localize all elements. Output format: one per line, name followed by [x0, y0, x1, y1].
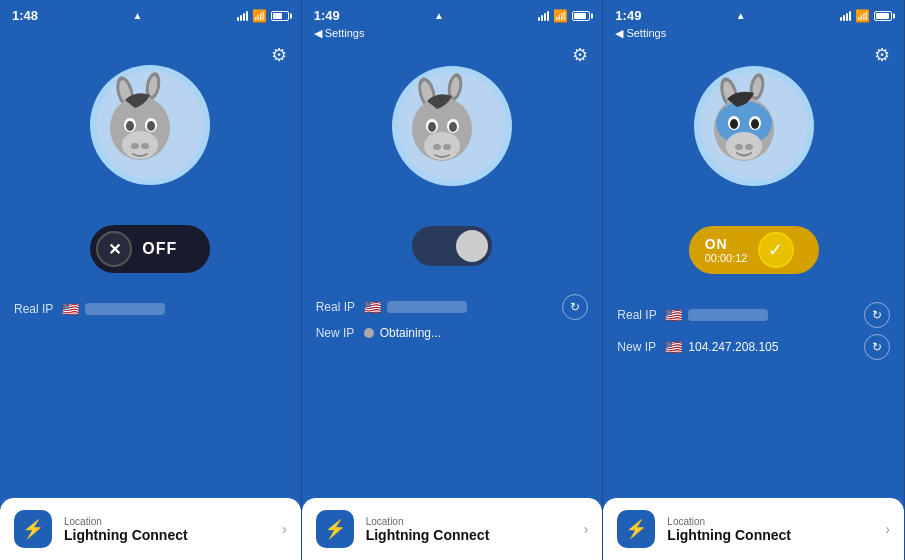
refresh-new-ip-btn-3[interactable]: ↻	[864, 334, 890, 360]
location-text-3: Location Lightning Connect	[667, 516, 873, 543]
on-label: ON	[705, 236, 748, 252]
mascot-svg-2	[397, 71, 507, 181]
on-timer: 00:00:12	[705, 252, 748, 264]
obtaining-text-2: Obtaining...	[380, 326, 441, 340]
location-chevron-3: ›	[885, 521, 890, 537]
mascot-3	[694, 66, 814, 186]
time-1: 1:48	[12, 8, 38, 23]
obtaining-dot-2	[364, 328, 374, 338]
off-circle: ✕	[96, 231, 132, 267]
mascot-svg-3	[699, 71, 809, 181]
gear-button-3[interactable]: ⚙	[874, 44, 890, 66]
ip-section-2: Real IP 🇺🇸 ↻ New IP Obtaining...	[302, 294, 603, 340]
back-label-2: ◀ Settings	[314, 27, 365, 40]
signal-icon-2	[538, 11, 549, 21]
real-ip-bar-3	[688, 309, 768, 321]
real-ip-flag-1: 🇺🇸	[62, 301, 79, 317]
location-text-2: Location Lightning Connect	[366, 516, 572, 543]
svg-point-23	[428, 122, 436, 132]
toggle-off-1[interactable]: ✕ OFF	[90, 225, 210, 273]
toggle-connecting-slider[interactable]	[412, 226, 492, 266]
location-chevron-1: ›	[282, 521, 287, 537]
panel-off: 1:48 ▲ 📶 ⚙	[0, 0, 302, 560]
location-text-1: Location Lightning Connect	[64, 516, 270, 543]
toggle-knob	[456, 230, 488, 262]
new-ip-label-2: New IP	[316, 326, 358, 340]
battery-icon-2	[572, 11, 590, 21]
signal-icon-1	[237, 11, 248, 21]
location-bar-3[interactable]: ⚡ Location Lightning Connect ›	[603, 498, 904, 560]
svg-point-20	[433, 144, 441, 150]
status-bar-1: 1:48 ▲ 📶	[0, 0, 301, 27]
wifi-icon-2: 📶	[553, 9, 568, 23]
real-ip-label-3: Real IP	[617, 308, 659, 322]
svg-point-25	[449, 122, 457, 132]
real-ip-flag-2: 🇺🇸	[364, 299, 381, 315]
location-chevron-2: ›	[584, 521, 589, 537]
svg-point-6	[122, 131, 158, 159]
location-icon-1: ⚡	[14, 510, 52, 548]
real-ip-row-3: Real IP 🇺🇸 ↻	[617, 302, 890, 328]
location-name-1: Lightning Connect	[64, 527, 270, 543]
svg-point-21	[443, 144, 451, 150]
svg-point-10	[126, 121, 134, 131]
svg-point-35	[745, 144, 753, 150]
svg-point-7	[131, 143, 139, 149]
bolt-icon-1: ⚡	[22, 518, 44, 540]
status-icons-3: 📶	[840, 9, 892, 23]
back-nav-3[interactable]: ◀ Settings	[603, 27, 904, 46]
gear-button-1[interactable]: ⚙	[271, 44, 287, 66]
status-icons-2: 📶	[538, 9, 590, 23]
ip-section-3: Real IP 🇺🇸 ↻ New IP 🇺🇸 104.247.208.105 ↻	[603, 302, 904, 360]
battery-icon-1	[271, 11, 289, 21]
panel-connecting: 1:49 ▲ 📶 ◀ Settings ⚙	[302, 0, 604, 560]
refresh-real-ip-btn-3[interactable]: ↻	[864, 302, 890, 328]
new-ip-label-3: New IP	[617, 340, 659, 354]
status-bar-2: 1:49 ▲ 📶	[302, 0, 603, 27]
real-ip-bar-1	[85, 303, 165, 315]
refresh-real-ip-btn-2[interactable]: ↻	[562, 294, 588, 320]
real-ip-flag-3: 🇺🇸	[665, 307, 682, 323]
new-ip-row-2: New IP Obtaining...	[316, 326, 589, 340]
toggle-on-text: ON 00:00:12	[705, 236, 748, 264]
real-ip-label-1: Real IP	[14, 302, 56, 316]
bolt-icon-3: ⚡	[625, 518, 647, 540]
on-check-circle: ✓	[758, 232, 794, 268]
real-ip-row-1: Real IP 🇺🇸	[14, 301, 287, 317]
toggle-on-area[interactable]: ON 00:00:12 ✓	[689, 226, 819, 274]
time-2: 1:49	[314, 8, 340, 23]
gear-button-2[interactable]: ⚙	[572, 44, 588, 66]
time-3: 1:49	[615, 8, 641, 23]
wifi-icon-1: 📶	[252, 9, 267, 23]
wifi-icon-3: 📶	[855, 9, 870, 23]
back-nav-2[interactable]: ◀ Settings	[302, 27, 603, 46]
back-nav-1	[0, 27, 301, 45]
mascot-1	[90, 65, 210, 185]
time-arrow-2: ▲	[434, 10, 444, 21]
location-sublabel-2: Location	[366, 516, 572, 527]
status-icons-1: 📶	[237, 9, 289, 23]
svg-point-12	[147, 121, 155, 131]
bolt-icon-2: ⚡	[324, 518, 346, 540]
status-bar-3: 1:49 ▲ 📶	[603, 0, 904, 27]
location-sublabel-1: Location	[64, 516, 270, 527]
toggle-connecting-area[interactable]	[412, 226, 492, 266]
svg-point-37	[730, 119, 738, 129]
mascot-svg-1	[95, 70, 205, 180]
location-icon-3: ⚡	[617, 510, 655, 548]
new-ip-row-3: New IP 🇺🇸 104.247.208.105 ↻	[617, 334, 890, 360]
mascot-2	[392, 66, 512, 186]
location-bar-2[interactable]: ⚡ Location Lightning Connect ›	[302, 498, 603, 560]
location-name-3: Lightning Connect	[667, 527, 873, 543]
real-ip-bar-2	[387, 301, 467, 313]
svg-point-34	[735, 144, 743, 150]
location-bar-1[interactable]: ⚡ Location Lightning Connect ›	[0, 498, 301, 560]
off-label: OFF	[142, 240, 177, 258]
time-arrow-3: ▲	[736, 10, 746, 21]
new-ip-value-3: 104.247.208.105	[688, 340, 778, 354]
toggle-on-btn[interactable]: ON 00:00:12 ✓	[689, 226, 819, 274]
svg-point-8	[141, 143, 149, 149]
back-label-3: ◀ Settings	[615, 27, 666, 40]
location-sublabel-3: Location	[667, 516, 873, 527]
battery-icon-3	[874, 11, 892, 21]
